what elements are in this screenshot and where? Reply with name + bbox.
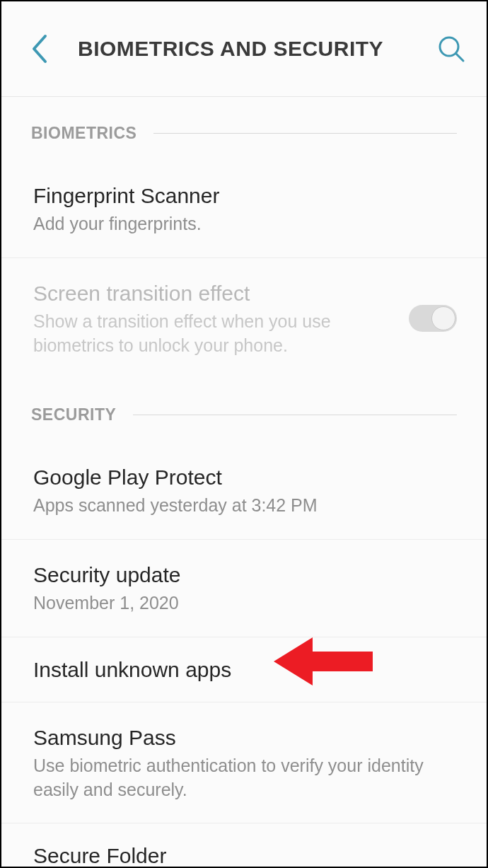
item-subtitle: November 1, 2020 — [33, 591, 457, 615]
app-header: BIOMETRICS AND SECURITY — [1, 1, 487, 97]
section-label: BIOMETRICS — [31, 124, 136, 143]
item-title: Google Play Protect — [33, 463, 457, 491]
section-rule — [133, 415, 457, 415]
back-icon[interactable] — [30, 33, 50, 64]
item-samsung-pass[interactable]: Samsung Pass Use biometric authenticatio… — [1, 702, 487, 824]
item-title: Secure Folder — [33, 842, 457, 868]
item-title: Install unknown apps — [33, 656, 457, 683]
item-subtitle: Apps scanned yesterday at 3:42 PM — [33, 494, 457, 518]
section-rule — [153, 133, 457, 134]
item-title: Samsung Pass — [33, 724, 457, 751]
item-screen-transition-effect: Screen transition effect Show a transiti… — [1, 258, 487, 379]
toggle-knob — [431, 306, 455, 330]
item-title: Screen transition effect — [33, 279, 397, 307]
item-subtitle: Add your fingerprints. — [33, 212, 457, 236]
section-label: SECURITY — [31, 405, 116, 424]
item-subtitle: Use biometric authentication to verify y… — [33, 754, 457, 802]
item-title: Security update — [33, 561, 457, 589]
item-fingerprint-scanner[interactable]: Fingerprint Scanner Add your fingerprint… — [1, 161, 487, 258]
page-title: BIOMETRICS AND SECURITY — [78, 37, 437, 61]
section-header-security: SECURITY — [1, 378, 487, 424]
settings-content: BIOMETRICS Fingerprint Scanner Add your … — [1, 97, 487, 868]
item-secure-folder[interactable]: Secure Folder — [1, 823, 487, 868]
search-icon[interactable] — [437, 35, 465, 63]
item-install-unknown-apps[interactable]: Install unknown apps — [1, 637, 487, 702]
toggle-switch — [409, 305, 457, 332]
item-subtitle: Show a transition effect when you use bi… — [33, 310, 397, 358]
item-title: Fingerprint Scanner — [33, 182, 457, 209]
section-header-biometrics: BIOMETRICS — [1, 97, 487, 143]
svg-line-1 — [456, 54, 463, 61]
item-security-update[interactable]: Security update November 1, 2020 — [1, 540, 487, 637]
item-google-play-protect[interactable]: Google Play Protect Apps scanned yesterd… — [1, 442, 487, 540]
